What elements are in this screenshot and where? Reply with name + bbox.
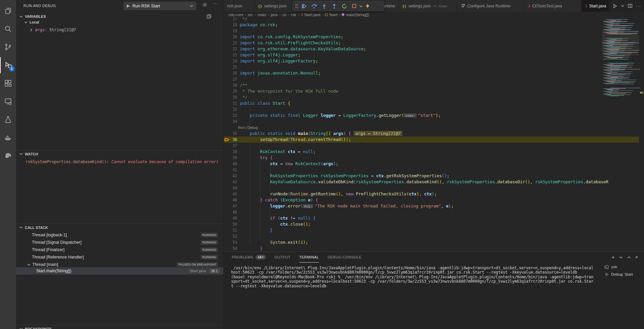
code-line-24[interactable]: 24import org.slf4j.LoggerFactory; — [224, 58, 639, 64]
terminal-dropdown-chevron-icon[interactable] — [619, 256, 623, 258]
code-line-18[interactable]: 18package co.rsk; — [224, 22, 639, 28]
breadcrumb-item[interactable]: rskj-core — [228, 13, 243, 17]
watch-section-header[interactable]: WATCH — [16, 150, 223, 157]
terminal-output[interactable]: /usr/bin/env /Library/Internet\ Plug-Ins… — [231, 266, 593, 288]
call-stack-thread-thread-logback-1[interactable]: Thread [logback-1]RUNNING — [16, 231, 223, 239]
code-editor[interactable]: 17 */18package co.rsk;1920import co.rsk.… — [224, 17, 644, 251]
run-icon[interactable] — [612, 3, 618, 9]
minimap[interactable] — [602, 17, 639, 118]
terminal-tab-debug-start[interactable]: Debug: Start — [601, 271, 644, 278]
code-line-49[interactable]: 49 if (ctx != null) { — [224, 215, 639, 221]
run-dropdown-chevron-icon[interactable] — [621, 5, 624, 7]
code-line-48[interactable]: 48 — [224, 209, 639, 215]
breadcrumb-method[interactable]: main(String[]) — [346, 13, 369, 17]
code-line-31[interactable]: 31public class Start { — [224, 100, 639, 106]
breadcrumb-item[interactable]: main — [258, 13, 266, 17]
step-over-icon[interactable] — [309, 2, 319, 10]
variables-scope-local[interactable]: Local — [24, 20, 39, 24]
code-line-32[interactable]: 32 — [224, 106, 639, 112]
code-line-47[interactable]: 47 logger.error(msg:"The RSK node main t… — [224, 203, 639, 209]
tab-clitoolstest-java[interactable]: JCliToolsTest.java — [525, 0, 582, 12]
code-line-30[interactable]: 30 */ — [224, 94, 639, 100]
run-configuration-dropdown[interactable]: Run RSK Start — [123, 2, 196, 10]
overview-ruler[interactable] — [639, 17, 644, 251]
collapse-all-icon[interactable] — [207, 14, 211, 19]
code-line-39[interactable]: 39 try { — [224, 155, 639, 161]
breadcrumb-item[interactable]: src — [248, 13, 253, 17]
tab-configure-java-runtime[interactable]: Configure Java Runtime — [458, 0, 525, 12]
gradle-icon[interactable] — [0, 148, 16, 164]
code-line-33[interactable]: 33 private static final Logger logger = … — [224, 112, 639, 119]
run-debug-icon[interactable]: 1 — [0, 57, 16, 73]
step-into-icon[interactable] — [319, 2, 329, 10]
extensions-icon[interactable] — [0, 75, 16, 91]
code-line-20[interactable]: 20import co.rsk.config.RskSystemProperti… — [224, 34, 639, 40]
code-line-28[interactable]: 28/** — [224, 82, 639, 88]
code-line-52[interactable]: 52 — [224, 233, 639, 239]
source-control-icon[interactable] — [0, 39, 16, 55]
code-line-54[interactable]: 54 } — [224, 245, 639, 251]
hot-code-replace-icon[interactable] — [363, 2, 373, 10]
variables-section-header[interactable]: VARIABLES — [16, 13, 223, 20]
code-line-38[interactable]: 38 RskContext ctx = null; — [224, 149, 639, 155]
panel-tab-debug-console[interactable]: DEBUG CONSOLE — [328, 252, 362, 263]
code-line-35[interactable]: 35 public static void main(String[] args… — [224, 131, 639, 137]
call-stack-thread-thread-reference-handler[interactable]: Thread [Reference Handler]RUNNING — [16, 253, 223, 261]
breadcrumb-class[interactable]: Start — [329, 13, 337, 17]
code-line-45[interactable]: 45 runNode(Runtime.getRuntime(), new Pre… — [224, 191, 639, 197]
code-line-50[interactable]: 50 ctx.close(); — [224, 221, 639, 227]
terminal-tab-zsh[interactable]: zsh — [601, 263, 644, 271]
breakpoints-section-header[interactable]: BREAKPOINTS — [16, 325, 223, 329]
code-line-42[interactable]: 42 RskSystemProperties rskSystemProperti… — [224, 173, 639, 179]
code-line-22[interactable]: 22import org.ethereum.datasource.KeyValu… — [224, 46, 639, 52]
stop-icon[interactable] — [349, 2, 359, 10]
code-line-27[interactable]: 27 — [224, 76, 639, 82]
codelens-row[interactable]: Run | Debug — [224, 125, 639, 131]
breadcrumb-item[interactable]: rsk — [291, 13, 296, 17]
split-editor-icon[interactable] — [628, 3, 633, 8]
docker-icon[interactable] — [0, 130, 16, 146]
maximize-panel-icon[interactable] — [627, 256, 631, 258]
call-stack-section-header[interactable]: CALL STACK — [16, 224, 223, 231]
drag-handle[interactable] — [294, 4, 299, 8]
tab-settings-json[interactable]: {}settings.json~/.../User — [399, 0, 458, 12]
call-stack-thread-thread-finalizer[interactable]: Thread [Finalizer]RUNNING — [16, 246, 223, 253]
code-line-34[interactable]: 34 — [224, 119, 639, 125]
close-panel-icon[interactable]: × — [635, 254, 638, 260]
code-line-19[interactable]: 19 — [224, 28, 639, 34]
code-line-37[interactable]: 37 — [224, 143, 639, 149]
stack-frame-row[interactable]: Start.main(String[]) Start.java 36:1 — [16, 267, 223, 275]
panel-tab-terminal[interactable]: TERMINAL — [299, 252, 319, 263]
panel-tab-output[interactable]: OUTPUT — [274, 252, 290, 263]
panel-tab-problems[interactable]: PROBLEMS1K+ — [232, 252, 266, 263]
code-line-40[interactable]: 40 ctx = new RskContext(args); — [224, 161, 639, 167]
code-line-21[interactable]: 21import co.rsk.util.PreflightChecksUtil… — [224, 40, 639, 46]
test-beaker-icon[interactable] — [0, 111, 16, 128]
watch-expression-row[interactable]: rskSystemProperties.databaseKind(): Cann… — [25, 159, 218, 164]
code-line-41[interactable]: 41 — [224, 167, 639, 173]
code-line-26[interactable]: 26import javax.annotation.Nonnull; — [224, 70, 639, 76]
variable-args-row[interactable]: args: String[2]@7 — [30, 28, 76, 32]
code-line-29[interactable]: 29 * The entrypoint for the RSK full nod… — [224, 88, 639, 94]
breadcrumb-item[interactable]: co — [282, 13, 286, 17]
code-line-17[interactable]: 17 */ — [224, 17, 639, 22]
code-line-43[interactable]: 43 KeyValueDataSource.validateDbKind(rsk… — [224, 179, 639, 185]
new-terminal-icon[interactable]: + — [612, 254, 614, 260]
gear-icon[interactable] — [202, 2, 207, 7]
files-icon[interactable] — [0, 3, 16, 19]
restart-icon[interactable] — [339, 2, 349, 10]
code-line-44[interactable]: 44 — [224, 185, 639, 191]
stop-dropdown-chevron-icon[interactable] — [359, 5, 363, 7]
code-line-36[interactable]: 36 setUpThread(Thread.currentThread()); — [224, 137, 639, 143]
tab-nch-json[interactable]: nch.json — [224, 0, 255, 12]
search-icon[interactable] — [0, 21, 16, 37]
code-line-51[interactable]: 51 } — [224, 227, 639, 233]
call-stack-thread-thread-signal-dispatcher[interactable]: Thread [Signal Dispatcher]RUNNING — [16, 239, 223, 246]
step-out-icon[interactable] — [329, 2, 339, 10]
breadcrumb-item[interactable]: java — [271, 13, 278, 17]
code-line-46[interactable]: 46 } catch (Exception e) { — [224, 197, 639, 203]
code-line-23[interactable]: 23import org.slf4j.Logger; — [224, 52, 639, 58]
breadcrumb-file[interactable]: Start.java — [304, 13, 321, 17]
more-icon[interactable]: ··· — [636, 3, 641, 8]
codelens-run-debug[interactable]: Run | Debug — [238, 125, 258, 131]
